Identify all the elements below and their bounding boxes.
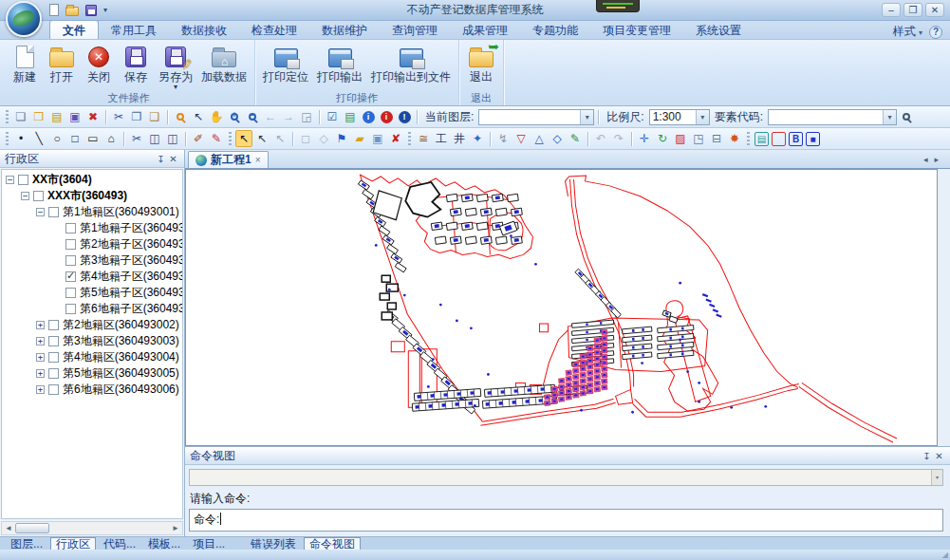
tree-checkbox[interactable] xyxy=(65,304,76,314)
ribbon-tab-系统设置[interactable]: 系统设置 xyxy=(683,21,754,39)
select-link-icon[interactable]: ↖ xyxy=(271,130,289,147)
copy-icon[interactable]: ❐ xyxy=(128,108,145,125)
tree-checkbox[interactable] xyxy=(48,352,59,363)
command-pin-icon[interactable]: ↧ xyxy=(921,450,933,462)
tree-item[interactable]: 第3地籍子区(360493001003) xyxy=(2,252,182,269)
pinwheel-tool-icon[interactable]: ✦ xyxy=(469,130,486,147)
rotate-view-icon[interactable]: ↻ xyxy=(654,130,671,147)
flag-tool-icon[interactable]: ⚑ xyxy=(333,130,350,147)
panel-tab-模板...[interactable]: 模板... xyxy=(143,538,185,550)
打印输出-button[interactable]: 打印输出 xyxy=(314,42,365,84)
feature-code-select[interactable]: ▾ xyxy=(768,109,897,125)
tree-item[interactable]: 第6地籍子区(360493001006) xyxy=(2,301,182,317)
tree-item[interactable]: 第1地籍子区(360493001001) xyxy=(2,220,182,236)
ribbon-tab-数据接收[interactable]: 数据接收 xyxy=(169,21,239,39)
panel-tab-图层...[interactable]: 图层... xyxy=(6,538,47,550)
command-output[interactable]: ▾ xyxy=(189,469,943,486)
打印输出到文件-button[interactable]: 打印输出到文件 xyxy=(368,42,454,84)
ribbon-tab-成果管理[interactable]: 成果管理 xyxy=(450,21,520,39)
tree-item[interactable]: +第4地籍区(360493004) xyxy=(2,349,182,365)
break-node-icon[interactable]: ◫ xyxy=(146,130,163,147)
annotate-icon[interactable]: ≅ xyxy=(415,130,432,147)
tree-horizontal-scrollbar[interactable]: ◄ ► xyxy=(1,521,183,535)
tree-item[interactable]: −XXX市(360493) xyxy=(2,188,182,204)
draw-point-icon[interactable]: • xyxy=(12,130,29,147)
combo-caret-icon[interactable]: ▾ xyxy=(883,110,896,124)
toolbar-grip[interactable] xyxy=(408,132,411,145)
quick-access-caret-icon[interactable]: ▾ xyxy=(103,6,107,14)
combo-caret-icon[interactable]: ▾ xyxy=(580,110,593,124)
tree-checkbox[interactable] xyxy=(48,384,59,395)
tree-item[interactable]: +第5地籍区(360493005) xyxy=(2,365,182,382)
text-tool-icon[interactable]: 工 xyxy=(433,130,450,147)
zoom-window-icon[interactable] xyxy=(172,108,189,125)
ribbon-tab-项目变更管理[interactable]: 项目变更管理 xyxy=(590,21,683,39)
新建-button[interactable]: 新建 xyxy=(8,42,42,84)
toolbar-grip[interactable] xyxy=(6,132,9,145)
command-input[interactable]: 命令: xyxy=(189,509,943,532)
panel-tab-项目...[interactable]: 项目... xyxy=(188,538,230,550)
command-close-icon[interactable]: ✕ xyxy=(933,450,945,462)
quick-new-icon[interactable] xyxy=(49,4,59,16)
pointer-zoom-icon[interactable]: ↖ xyxy=(190,108,207,125)
tree-checkbox[interactable] xyxy=(33,191,44,201)
tree-expander-icon[interactable]: + xyxy=(36,321,45,329)
tree-item[interactable]: 第5地籍子区(360493001005) xyxy=(2,285,182,301)
scroll-right-icon[interactable]: ► xyxy=(169,524,182,532)
diamond-tool-icon[interactable]: ◇ xyxy=(549,130,566,147)
slash-box-icon[interactable]: ▨ xyxy=(672,130,689,147)
tree-item[interactable]: +第6地籍区(360493006) xyxy=(2,382,182,398)
tree-expander-icon[interactable]: + xyxy=(36,353,45,362)
toolbar-grip[interactable] xyxy=(747,132,750,145)
edit-attr-icon[interactable]: ✎ xyxy=(567,130,584,147)
tree-item[interactable]: −第1地籍区(360493001) xyxy=(2,204,182,220)
database-icon[interactable]: ▤ xyxy=(48,108,65,125)
minimize-button[interactable]: – xyxy=(882,3,901,17)
tree-item[interactable]: 第2地籍子区(360493001002) xyxy=(2,236,182,252)
zoom-out-icon[interactable]: − xyxy=(244,108,261,125)
select-rect-icon[interactable]: ◻ xyxy=(297,130,314,147)
map-viewport[interactable] xyxy=(185,169,938,446)
ribbon-tab-数据维护[interactable]: 数据维护 xyxy=(309,21,380,39)
draw-line-icon[interactable]: ╲ xyxy=(30,130,47,147)
panel-close-icon[interactable]: ✕ xyxy=(167,153,179,165)
panel-tab-命令视图[interactable]: 命令视图 xyxy=(304,537,361,551)
paste-icon[interactable]: ❑ xyxy=(146,108,163,125)
draw-circle-icon[interactable]: ○ xyxy=(48,130,65,147)
tree-expander-icon[interactable]: − xyxy=(21,192,29,200)
panel-tab-错误列表[interactable]: 错误列表 xyxy=(246,538,301,550)
delete-feature-icon[interactable]: ✘ xyxy=(387,130,404,147)
snap-toggle-icon[interactable]: ↯ xyxy=(494,130,512,147)
tree-checkbox[interactable] xyxy=(65,255,76,266)
info-red-icon[interactable]: i xyxy=(378,108,395,125)
tree-expander-icon[interactable]: + xyxy=(36,369,45,378)
tree-checkbox[interactable] xyxy=(48,320,59,330)
tree-checkbox[interactable] xyxy=(48,368,59,379)
退出-button[interactable]: ➥退出 xyxy=(464,42,498,84)
关闭-button[interactable]: ✕关闭 xyxy=(82,42,116,84)
tree-item[interactable]: +第2地籍区(360493002) xyxy=(2,317,182,333)
tree-checkbox[interactable] xyxy=(65,288,76,298)
加载数据-button[interactable]: ⌂加载数据 xyxy=(198,42,250,84)
forward-icon[interactable]: → xyxy=(280,108,297,125)
help-icon[interactable]: ? xyxy=(929,26,942,39)
info-icon[interactable]: i xyxy=(360,108,377,125)
move-feature-icon[interactable]: ▣ xyxy=(369,130,386,147)
toolbar-grip[interactable] xyxy=(229,132,232,145)
trace-pen-icon[interactable]: ✎ xyxy=(208,130,225,147)
split-line-icon[interactable]: ✂ xyxy=(128,130,145,147)
legend-box-icon[interactable]: ▤ xyxy=(754,132,769,146)
b-box-icon[interactable]: B xyxy=(789,132,803,146)
triangle-down-icon[interactable]: ▽ xyxy=(512,130,530,147)
red-box-icon[interactable] xyxy=(772,132,786,146)
tab-close-icon[interactable]: × xyxy=(255,155,261,165)
tree-item[interactable]: +第3地籍区(360493003) xyxy=(2,333,182,349)
tree-expander-icon[interactable]: − xyxy=(36,208,45,216)
zoom-in-icon[interactable]: + xyxy=(226,108,243,125)
map-document-tab[interactable]: 新工程1 × xyxy=(188,151,269,168)
tree-checkbox[interactable] xyxy=(65,239,76,250)
merge-node-icon[interactable]: ◫ xyxy=(164,130,181,147)
burst-tool-icon[interactable]: ✸ xyxy=(726,130,743,147)
toolbar-grip[interactable] xyxy=(6,110,9,123)
select-add-icon[interactable]: ↖ xyxy=(253,130,270,147)
